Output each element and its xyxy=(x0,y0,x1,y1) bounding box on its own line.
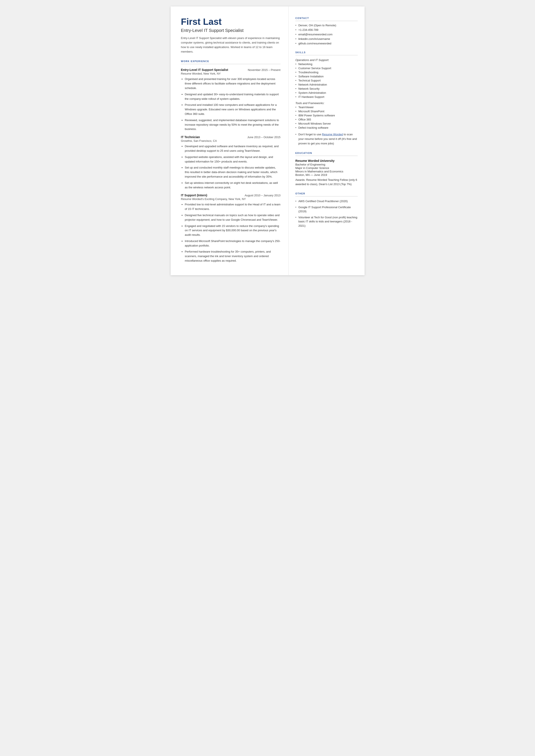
bullet-2-3: Set up and conducted monthly staff meeti… xyxy=(185,165,281,179)
candidate-summary: Entry-Level IT Support Specialist with e… xyxy=(181,36,281,54)
skills-list-1: Networking Customer Service Support Trou… xyxy=(296,63,358,98)
edu-major: Major in Computer Science xyxy=(296,166,358,170)
job-title-2: IT Technician xyxy=(181,135,200,139)
skill-2-1: TeamViewer xyxy=(296,106,358,109)
job-header-1: Entry-Level IT Support Specialist Novemb… xyxy=(181,68,281,71)
job-company-2: Growthsi, San Francisco, CA xyxy=(181,139,281,142)
skill-2-3: IBM Power Systems software xyxy=(296,114,358,117)
skill-2-4: Office 365 xyxy=(296,118,358,121)
skills-category-1: Operations and IT Support: xyxy=(296,58,358,62)
skill-1-3: Troubleshooting xyxy=(296,71,358,74)
job-bullets-1: Organised and presented training for ove… xyxy=(181,77,281,131)
skill-1-9: IT Hardware Support xyxy=(296,95,358,98)
contact-item-email: email@resumeworded.com xyxy=(296,33,358,36)
education-section-title: EDUCATION xyxy=(296,152,358,156)
bullet-1-3: Procured and installed 100 new computers… xyxy=(185,103,281,116)
contact-item-phone: +1-234-456-789 xyxy=(296,28,358,32)
job-block-1: Entry-Level IT Support Specialist Novemb… xyxy=(181,68,281,131)
bullet-2-2: Supported website operations, assisted w… xyxy=(185,155,281,164)
bullet-3-3: Engaged and negotiated with 15 vendors t… xyxy=(185,224,281,237)
contact-list: Denver, OH (Open to Remote) +1-234-456-7… xyxy=(296,24,358,45)
contact-section: CONTACT Denver, OH (Open to Remote) +1-2… xyxy=(296,17,358,45)
other-item-2: Google IT Support Professional Certifica… xyxy=(296,205,358,213)
skills-category-2: Tools and Frameworks: xyxy=(296,101,358,105)
skill-1-8: System Administration xyxy=(296,91,358,95)
skill-2-2: Microsoft SharePoint xyxy=(296,110,358,113)
contact-item-linkedin: linkedin.com/in/username xyxy=(296,37,358,41)
bullet-1-4: Reviewed, suggested, and implemented dat… xyxy=(185,118,281,131)
bullet-3-4: Introduced Microsoft SharePoint technolo… xyxy=(185,239,281,248)
skills-note: Don't forget to use Resume Worded to sca… xyxy=(296,132,358,146)
contact-item-location: Denver, OH (Open to Remote) xyxy=(296,24,358,27)
left-column: First Last Entry-Level IT Support Specia… xyxy=(171,7,289,275)
bullet-1-1: Organised and presented training for ove… xyxy=(185,77,281,90)
bullet-3-5: Performed hardware troubleshooting for 3… xyxy=(185,250,281,263)
job-dates-3: August 2010 – January 2013 xyxy=(244,194,280,197)
job-dates-1: November 2015 – Present xyxy=(248,68,281,71)
work-experience-section-title: WORK EXPERIENCE xyxy=(181,60,281,64)
edu-school: Resume Worded University xyxy=(296,159,358,162)
job-bullets-3: Provided low to mid-level administrative… xyxy=(181,202,281,263)
resume-container: First Last Entry-Level IT Support Specia… xyxy=(171,7,365,275)
contact-section-title: CONTACT xyxy=(296,17,358,21)
skill-2-5: Microsoft Windows Server xyxy=(296,122,358,125)
edu-location-date: Boston, MA — June 2019 xyxy=(296,173,358,177)
skill-1-2: Customer Service Support xyxy=(296,67,358,70)
skill-1-6: Network Administration xyxy=(296,83,358,86)
job-dates-2: June 2013 – October 2015 xyxy=(247,136,281,139)
job-block-2: IT Technician June 2013 – October 2015 G… xyxy=(181,135,281,190)
job-title-1: Entry-Level IT Support Specialist xyxy=(181,68,228,71)
skill-2-6: Defect tracking software xyxy=(296,126,358,129)
other-section-title: OTHER xyxy=(296,192,358,197)
candidate-title: Entry-Level IT Support Specialist xyxy=(181,28,281,33)
job-header-3: IT Support (Intern) August 2010 – Januar… xyxy=(181,193,281,197)
note-link[interactable]: Resume Worded xyxy=(322,133,343,136)
skills-list-2: TeamViewer Microsoft SharePoint IBM Powe… xyxy=(296,106,358,129)
other-item-3: Volunteer at Tech for Good (non profit) … xyxy=(296,215,358,228)
bullet-2-4: Set up wireless internet connectivity on… xyxy=(185,181,281,190)
other-list: AWS Certified Cloud Practitioner (2020) … xyxy=(296,199,358,228)
skills-section: SKILLS Operations and IT Support: Networ… xyxy=(296,51,358,146)
bullet-3-2: Designed five technical manuals on topic… xyxy=(185,213,281,222)
right-column: CONTACT Denver, OH (Open to Remote) +1-2… xyxy=(289,7,365,275)
other-item-1: AWS Certified Cloud Practitioner (2020) xyxy=(296,199,358,204)
bullet-1-2: Designed and updated 30+ easy-to-underst… xyxy=(185,92,281,101)
bullet-3-1: Provided low to mid-level administrative… xyxy=(185,202,281,211)
job-bullets-2: Developed and upgraded software and hard… xyxy=(181,144,281,190)
job-title-3: IT Support (Intern) xyxy=(181,193,207,197)
job-company-1: Resume Worded, New York, NY xyxy=(181,72,281,75)
job-block-3: IT Support (Intern) August 2010 – Januar… xyxy=(181,193,281,263)
job-header-2: IT Technician June 2013 – October 2015 xyxy=(181,135,281,139)
edu-awards: Awards: Resume Worded Teaching Fellow (o… xyxy=(296,178,358,186)
skill-1-5: Technical Support xyxy=(296,79,358,82)
skill-1-1: Networking xyxy=(296,63,358,66)
edu-minors: Minors in Mathematics and Economics xyxy=(296,170,358,173)
other-section: OTHER AWS Certified Cloud Practitioner (… xyxy=(296,192,358,228)
education-section: EDUCATION Resume Worded University Bache… xyxy=(296,152,358,186)
candidate-name: First Last xyxy=(181,17,281,27)
job-company-3: Resume Worded's Exciting Company, New Yo… xyxy=(181,197,281,201)
skills-section-title: SKILLS xyxy=(296,51,358,55)
bullet-2-1: Developed and upgraded software and hard… xyxy=(185,144,281,153)
edu-degree: Bachelor of Engineering xyxy=(296,163,358,166)
skill-1-7: Network Security xyxy=(296,87,358,90)
contact-item-github: github.com/resumeworded xyxy=(296,42,358,45)
skill-1-4: Software Installation xyxy=(296,75,358,78)
